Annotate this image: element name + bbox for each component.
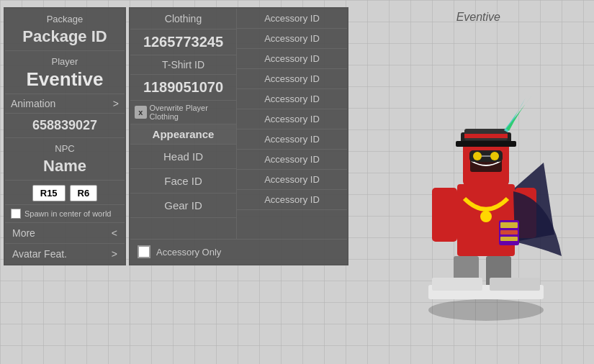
right-panel: Clothing 1265773245 T-Shirt ID 118905107… (129, 7, 348, 265)
animation-arrow: > (113, 98, 119, 109)
more-label: More (12, 227, 35, 239)
avatar-arrow: > (112, 248, 117, 260)
svg-point-14 (490, 152, 499, 160)
npc-section: NPC Name (5, 138, 125, 181)
svg-rect-8 (432, 188, 457, 242)
avatar-name-label: Eventive (456, 11, 500, 24)
left-panel: Package Package ID Player Eventive Anima… (4, 7, 126, 265)
left-column: Clothing 1265773245 T-Shirt ID 118905107… (130, 9, 237, 239)
svg-rect-21 (500, 222, 518, 228)
spawn-label: Spawn in center of world (24, 209, 111, 218)
accessory-item-2[interactable]: Accessory ID (237, 49, 347, 69)
spawn-checkbox[interactable] (11, 209, 21, 219)
svg-rect-5 (490, 278, 540, 291)
svg-rect-4 (432, 278, 482, 291)
svg-rect-19 (464, 134, 508, 138)
more-arrow: < (112, 227, 117, 239)
gear-id-item[interactable]: Gear ID (130, 194, 236, 218)
animation-value[interactable]: 658839027 (9, 117, 120, 135)
avatar-row[interactable]: Avatar Feat. > (5, 244, 125, 264)
overwrite-x-button[interactable]: x (135, 106, 147, 119)
face-id-item[interactable]: Face ID (130, 169, 236, 194)
accessory-item-8[interactable]: Accessory ID (237, 170, 347, 190)
r-buttons-row: R15 R6 (5, 181, 125, 205)
right-column: Accessory IDAccessory IDAccessory IDAcce… (237, 9, 347, 239)
accessory-item-3[interactable]: Accessory ID (237, 69, 347, 89)
accessory-item-1[interactable]: Accessory ID (237, 29, 347, 49)
spawn-row: Spawn in center of world (5, 205, 125, 223)
tshirt-label: T-Shirt ID (130, 55, 236, 75)
accessory-only-label: Accessory Only (156, 247, 221, 258)
package-id[interactable]: Package ID (9, 26, 120, 47)
player-section: Player Eventive (5, 51, 125, 94)
svg-point-0 (428, 299, 544, 321)
npc-label: NPC (9, 141, 120, 155)
overwrite-row: x Overwrite Player Clothing (130, 101, 236, 124)
tshirt-value[interactable]: 1189051070 (130, 75, 236, 101)
avatar-feat-label: Avatar Feat. (12, 248, 67, 260)
animation-value-section: 658839027 (5, 114, 125, 138)
right-panel-inner: Clothing 1265773245 T-Shirt ID 118905107… (130, 9, 347, 239)
accessory-item-5[interactable]: Accessory ID (237, 109, 347, 129)
avatar-figure (421, 91, 580, 321)
ui-container: Package Package ID Player Eventive Anima… (4, 7, 348, 265)
more-row[interactable]: More < (5, 223, 125, 244)
accessory-item-9[interactable]: Accessory ID (237, 190, 347, 210)
appearance-header: Appearance (130, 124, 236, 145)
overwrite-label: Overwrite Player Clothing (150, 104, 232, 121)
npc-name[interactable]: Name (9, 155, 120, 177)
svg-rect-22 (500, 230, 518, 235)
head-id-item[interactable]: Head ID (130, 145, 236, 169)
svg-rect-23 (500, 237, 518, 241)
svg-point-13 (473, 152, 482, 160)
clothing-header: Clothing (130, 9, 236, 29)
player-name[interactable]: Eventive (9, 68, 120, 91)
svg-rect-18 (456, 141, 516, 147)
animation-row[interactable]: Animation > (5, 94, 125, 114)
accessory-only-checkbox[interactable] (138, 245, 150, 258)
r15-button[interactable]: R15 (32, 185, 66, 201)
accessory-item-0[interactable]: Accessory ID (237, 9, 347, 29)
clothing-value[interactable]: 1265773245 (130, 29, 236, 55)
svg-point-7 (480, 211, 492, 222)
animation-label: Animation (11, 98, 55, 109)
package-label: Package (9, 12, 120, 26)
player-label: Player (9, 54, 120, 68)
r6-button[interactable]: R6 (70, 185, 98, 201)
accessory-item-7[interactable]: Accessory ID (237, 150, 347, 170)
package-section: Package Package ID (5, 9, 125, 51)
accessory-item-4[interactable]: Accessory ID (237, 89, 347, 109)
accessory-item-6[interactable]: Accessory ID (237, 129, 347, 150)
accessory-only-row: Accessory Only (130, 239, 347, 264)
